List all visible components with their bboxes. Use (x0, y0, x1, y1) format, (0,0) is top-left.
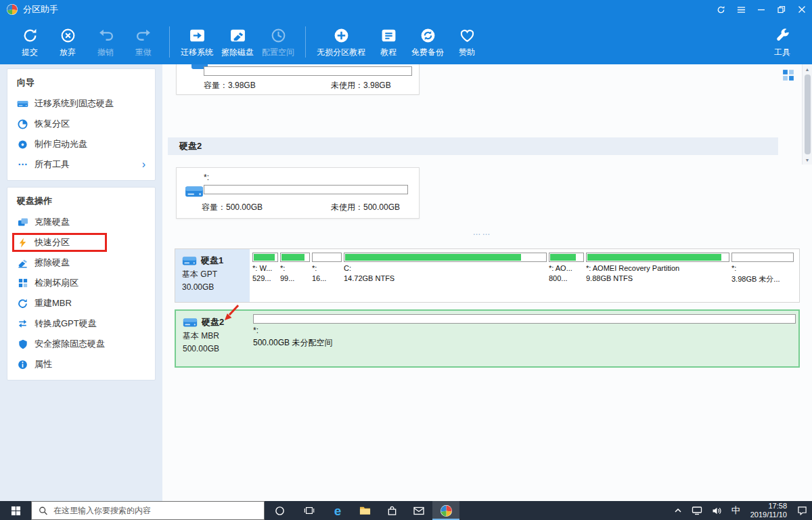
disk-icon (183, 317, 198, 328)
partition-assistant-window: 分区助手 提交 放弃 (0, 0, 812, 520)
allocate-space-button[interactable]: 配置空间 (258, 24, 298, 60)
sidebar-item-recover-partition[interactable]: 恢复分区 (7, 114, 155, 134)
ime-indicator[interactable]: 中 (727, 501, 745, 520)
cortana-button[interactable] (265, 501, 294, 520)
scrollbar-thumb[interactable] (805, 74, 811, 154)
pane-splitter-handle[interactable]: …… (162, 229, 802, 236)
sidebar-item-properties[interactable]: 属性 (7, 354, 155, 374)
scroll-up-arrow[interactable]: ▲ (803, 64, 812, 74)
partition-block[interactable]: *: 3.98GB 未分... (731, 253, 794, 284)
sidebar-item-clone-disk[interactable]: 克隆硬盘 (7, 212, 155, 232)
taskbar-app-store[interactable] (378, 501, 405, 520)
sidebar-item-make-bootable-media[interactable]: 制作启动光盘 (7, 134, 155, 154)
sidebar-item-migrate-os-to-ssd[interactable]: 迁移系统到固态硬盘 (7, 93, 155, 114)
migrate-system-button[interactable]: 迁移系统 (177, 24, 217, 60)
partition-label: *: AOMEI Recovery Partition (586, 264, 729, 272)
undo-icon (97, 27, 114, 44)
wipe-disk-icon (229, 27, 246, 44)
maximize-button[interactable] (771, 0, 792, 19)
capacity-text: 容量：500.00GB (202, 202, 263, 213)
allocate-space-icon (270, 27, 287, 44)
chevron-up-icon (674, 507, 682, 514)
partition-usage-bar (253, 314, 796, 324)
partition-size: 99... (280, 274, 310, 282)
partition-label: *: (312, 264, 342, 272)
free-backup-label: 免费备份 (411, 47, 444, 58)
sidebar-item-wipe-disk[interactable]: 擦除硬盘 (7, 253, 155, 273)
wrench-icon (774, 27, 791, 44)
sidebar-item-check-bad-sectors[interactable]: 检测坏扇区 (7, 273, 155, 293)
wipe-disk-button[interactable]: 擦除磁盘 (217, 24, 258, 60)
taskbar-clock[interactable]: 17:58 2019/11/10 (745, 502, 792, 519)
commit-button[interactable]: 提交 (11, 24, 49, 60)
volume-tray-button[interactable] (707, 501, 727, 520)
start-button[interactable] (0, 501, 31, 520)
disk1-info-block[interactable]: 硬盘1 基本 GPT 30.00GB (175, 249, 250, 302)
sidebar-item-label: 恢复分区 (35, 118, 70, 130)
disk1-row[interactable]: 硬盘1 基本 GPT 30.00GB *: W... 529... *: 99.… (175, 248, 800, 303)
partition-block[interactable]: *: AOMEI Recovery Partition 9.88GB NTFS (586, 253, 729, 282)
commit-icon (22, 27, 39, 44)
partition-detail-card-partial[interactable]: 容量：3.98GB 未使用：3.98GB (176, 64, 420, 95)
search-input[interactable] (53, 506, 257, 515)
show-hidden-icons-button[interactable] (669, 501, 687, 520)
disk2-row-selected[interactable]: 硬盘2 基本 MBR 500.00GB *: 500.00GB 未分配空间 (175, 309, 800, 368)
taskbar-app-edge[interactable]: e (324, 501, 351, 520)
sidebar-item-quick-partition[interactable]: 快速分区 (7, 232, 155, 253)
layout-toggle-icon[interactable] (782, 69, 794, 81)
partition-block[interactable]: C: 14.72GB NTFS (344, 253, 547, 282)
sidebar-item-rebuild-mbr[interactable]: 重建MBR (7, 293, 155, 313)
taskbar-app-file-explorer[interactable] (351, 501, 378, 520)
disk2-partitions: *: 500.00GB 未分配空间 (250, 311, 798, 366)
undo-button[interactable]: 撤销 (87, 24, 125, 60)
info-icon (17, 359, 28, 370)
partition-size: 16... (312, 274, 342, 282)
check-update-button[interactable] (710, 0, 731, 19)
partition-block[interactable]: *: 500.00GB 未分配空间 (253, 314, 796, 349)
disk-name: 硬盘1 (201, 255, 223, 267)
sidebar-item-secure-erase-ssd[interactable]: 安全擦除固态硬盘 (7, 334, 155, 354)
sidebar-item-label: 重建MBR (35, 297, 72, 309)
sync-icon (717, 5, 725, 14)
unused-text: 未使用：3.98GB (331, 80, 391, 91)
migrate-system-icon (189, 27, 206, 44)
partition-block[interactable]: *: 99... (280, 253, 310, 282)
sidebar-item-label: 快速分区 (35, 236, 70, 248)
scroll-down-arrow[interactable]: ▼ (803, 155, 812, 165)
network-tray-button[interactable] (687, 501, 707, 520)
wipe-disk-label: 擦除磁盘 (221, 47, 254, 58)
redo-label: 重做 (135, 47, 152, 58)
sidebar-item-all-tools[interactable]: … 所有工具 › (7, 154, 155, 175)
sidebar-item-label: 所有工具 (35, 158, 70, 171)
windows-logo-icon (11, 506, 21, 516)
task-view-button[interactable] (294, 501, 324, 520)
lossless-tutorial-button[interactable]: 无损分区教程 (313, 24, 369, 60)
partition-block[interactable]: *: 16... (312, 253, 342, 282)
tutorial-button[interactable]: 教程 (369, 24, 407, 60)
partition-block[interactable]: *: W... 529... (252, 253, 278, 282)
wizards-title: 向导 (7, 70, 155, 93)
taskbar-search-box[interactable] (31, 501, 265, 520)
sidebar-item-convert-to-gpt[interactable]: 转换成GPT硬盘 (7, 313, 155, 334)
partition-usage-bar (280, 253, 310, 262)
disk2-info-block[interactable]: 硬盘2 基本 MBR 500.00GB (176, 311, 250, 366)
vertical-scrollbar[interactable]: ▲ ▼ (802, 64, 812, 165)
window-title: 分区助手 (23, 3, 58, 16)
action-center-button[interactable] (792, 501, 812, 520)
tools-button[interactable]: 工具 (763, 24, 801, 60)
discard-button[interactable]: 放弃 (49, 24, 87, 60)
close-button[interactable] (792, 0, 812, 19)
menu-button[interactable] (731, 0, 751, 19)
taskbar-app-partition-assistant[interactable] (432, 501, 459, 520)
titlebar: 分区助手 (0, 0, 812, 19)
donate-button[interactable]: 赞助 (448, 24, 486, 60)
partition-block[interactable]: *: AO... 800... (549, 253, 584, 282)
search-icon (39, 506, 48, 516)
partition-label: *: (253, 326, 796, 335)
disk2-partition-card[interactable]: *: 容量：500.00GB 未使用：500.00GB (176, 167, 420, 219)
free-backup-button[interactable]: 免费备份 (407, 24, 448, 60)
taskbar-app-mail[interactable] (405, 501, 432, 520)
minimize-button[interactable] (751, 0, 771, 19)
speaker-icon (712, 506, 722, 515)
redo-button[interactable]: 重做 (125, 24, 162, 60)
